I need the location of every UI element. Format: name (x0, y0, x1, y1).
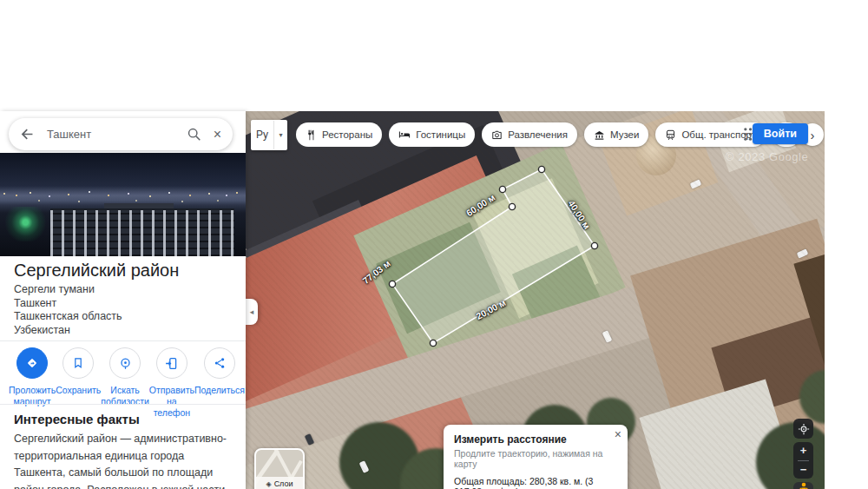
divider (0, 404, 246, 405)
pegman-button[interactable] (793, 482, 813, 489)
layers-icon: ◈ (266, 480, 271, 488)
green-lights (5, 207, 50, 241)
measure-panel-title: Измерить расстояние (454, 433, 617, 446)
place-photo[interactable] (0, 153, 246, 256)
address-line: Сергели тумани (14, 283, 122, 297)
google-maps-screenshot: © 2023 Google 60,00 м 40,00 м 77,03 м 20… (0, 0, 868, 489)
camera-icon (491, 129, 503, 141)
measure-vertex[interactable] (538, 166, 544, 172)
share-button[interactable]: Поделиться (194, 347, 245, 419)
nearby-icon (109, 347, 141, 379)
city-lights (3, 193, 5, 195)
hotel-icon (398, 129, 411, 141)
measure-panel-hint: Продлите траекторию, нажимая на карту (454, 448, 617, 469)
chip-label: Гостиницы (416, 129, 465, 140)
place-sidebar: Ташкент × Сергелийский район Сергели тум… (0, 111, 246, 489)
chip-label: Рестораны (322, 129, 372, 140)
pegman-icon (799, 482, 808, 489)
museum-icon (594, 129, 605, 141)
address-line: Узбекистан (14, 324, 122, 338)
transit-icon (665, 129, 676, 141)
restaurant-icon (306, 129, 317, 141)
close-icon[interactable]: × (615, 428, 621, 440)
save-button[interactable]: Сохранить (56, 347, 101, 419)
send-to-phone-icon (156, 347, 187, 379)
chip-attractions[interactable]: Развлечения (482, 122, 577, 147)
maps-window: © 2023 Google 60,00 м 40,00 м 77,03 м 20… (0, 111, 825, 489)
facts-heading: Интересные факты (14, 412, 140, 426)
chevron-down-icon[interactable]: ▾ (274, 131, 287, 139)
chip-hotels[interactable]: Гостиницы (389, 122, 475, 147)
layers-label: Слои (274, 479, 293, 488)
bookmark-icon (62, 347, 94, 379)
facts-body: Сергелийский район — административно-тер… (14, 433, 227, 489)
chip-label: Развлечения (508, 129, 568, 140)
search-icon[interactable] (187, 127, 201, 142)
city-glow (0, 186, 246, 205)
facts-text: Сергелийский район — административно-тер… (14, 431, 233, 489)
action-label: Поделиться (194, 385, 245, 396)
chevron-left-icon: ◂ (250, 307, 254, 316)
apartment-building (50, 210, 234, 256)
input-language-label: Ру (251, 121, 274, 149)
layers-label-strip: ◈ Слои (256, 477, 303, 489)
close-icon[interactable]: × (214, 127, 221, 142)
sidebar-collapse-tab[interactable]: ◂ (246, 299, 258, 325)
search-bar[interactable]: Ташкент × (9, 118, 233, 150)
chip-restaurants[interactable]: Рестораны (296, 122, 382, 147)
search-input[interactable]: Ташкент (47, 128, 187, 141)
address-line: Ташкентская область (14, 310, 122, 324)
share-icon (204, 347, 235, 379)
my-location-icon (798, 423, 810, 435)
measure-area-value: Общая площадь: 280,38 кв. м. (3 017,98 к… (454, 476, 617, 489)
layers-button[interactable]: ◈ Слои (254, 448, 305, 489)
address-line: Ташкент (14, 297, 122, 311)
address-block: Сергели тумани Ташкент Ташкентская облас… (14, 283, 122, 337)
input-language-selector[interactable]: Ру ▾ (251, 120, 287, 150)
satellite-map[interactable]: © 2023 Google 60,00 м 40,00 м 77,03 м 20… (246, 111, 825, 489)
category-chipbar: Ру ▾ Рестораны Гостиницы Развлечения (246, 111, 825, 158)
divider (0, 340, 246, 341)
directions-icon (16, 347, 48, 379)
sign-in-button[interactable]: Войти (753, 123, 808, 144)
measure-distance-panel: × Измерить расстояние Продлите траектори… (444, 425, 628, 489)
measure-vertex[interactable] (591, 242, 597, 248)
send-to-phone-button[interactable]: Отправить на телефон (149, 347, 194, 419)
measure-vertex[interactable] (389, 281, 395, 287)
page-title: Сергелийский район (14, 261, 179, 281)
action-buttons-row: Проложить маршрут Сохранить Искать побли… (9, 347, 237, 419)
back-arrow-icon[interactable] (20, 127, 35, 142)
my-location-button[interactable] (793, 419, 813, 439)
chevron-right-icon: › (810, 128, 814, 142)
zoom-out-button[interactable]: − (793, 461, 813, 479)
measure-vertex[interactable] (430, 340, 436, 346)
measure-vertex[interactable] (499, 186, 505, 192)
search-nearby-button[interactable]: Искать поблизости (101, 347, 149, 419)
measure-vertex[interactable] (509, 203, 515, 209)
directions-button[interactable]: Проложить маршрут (9, 347, 56, 419)
zoom-in-button[interactable]: + (793, 442, 813, 460)
action-label: Отправить на телефон (149, 385, 194, 419)
chip-label: Музеи (610, 129, 639, 140)
zoom-control: + − (793, 442, 813, 479)
action-label: Сохранить (56, 385, 101, 396)
chip-museums[interactable]: Музеи (584, 122, 648, 147)
